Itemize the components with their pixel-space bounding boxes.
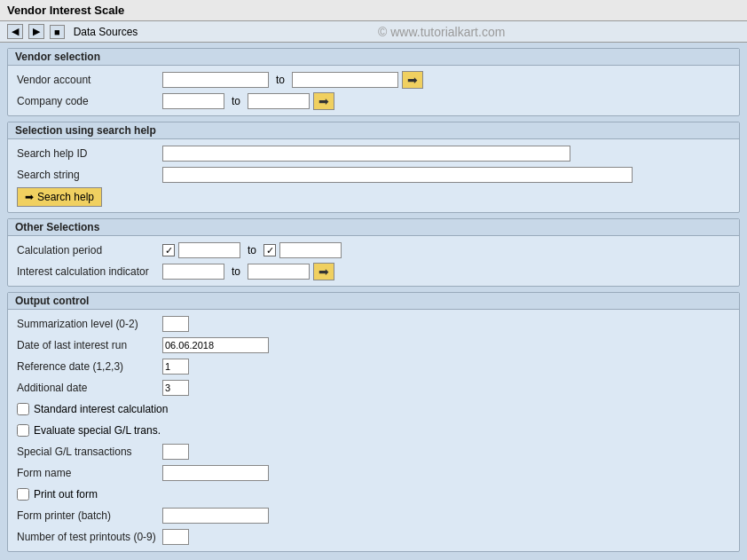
calculation-period-input1[interactable] [178, 242, 240, 258]
search-help-btn-row: ➡ Search help [17, 187, 730, 207]
special-gl-label: Special G/L transactions [17, 446, 159, 458]
calculation-period-row: Calculation period ✓ to ✓ [17, 241, 730, 259]
search-help-arrow-icon: ➡ [25, 191, 34, 203]
evaluate-special-gl-row: Evaluate special G/L trans. [17, 422, 730, 439]
forward-button[interactable]: ▶ [28, 24, 44, 39]
test-printouts-input[interactable] [162, 529, 189, 545]
page-title: Vendor Interest Scale [7, 4, 124, 17]
search-help-title: Selection using search help [8, 122, 739, 139]
search-help-id-row: Search help ID [17, 145, 730, 162]
form-name-label: Form name [17, 467, 159, 479]
vendor-account-input2[interactable] [292, 72, 398, 88]
interest-calc-input1[interactable] [162, 264, 224, 280]
test-printouts-label: Number of test printouts (0-9) [17, 531, 159, 543]
calculation-period-checkbox2[interactable]: ✓ [263, 244, 276, 256]
form-name-input[interactable] [162, 465, 269, 481]
vendor-account-row: Vendor account to ➡ [17, 71, 730, 89]
standard-interest-label: Standard interest calculation [34, 403, 168, 415]
company-code-input2[interactable] [248, 93, 310, 109]
print-out-form-checkbox[interactable] [17, 488, 29, 501]
additional-date-row: Additional date [17, 379, 730, 397]
print-out-form-row: Print out form [17, 485, 730, 503]
vendor-selection-title: Vendor selection [8, 49, 739, 66]
reference-date-row: Reference date (1,2,3) [17, 358, 730, 375]
form-printer-label: Form printer (batch) [17, 509, 159, 522]
additional-date-label: Additional date [17, 382, 159, 394]
interest-calc-arrow-button[interactable]: ➡ [313, 263, 334, 280]
main-content: Vendor selection Vendor account to ➡ Com… [0, 43, 747, 557]
search-string-input[interactable] [162, 167, 633, 183]
standard-interest-checkbox[interactable] [17, 403, 29, 415]
title-bar: Vendor Interest Scale [0, 0, 747, 21]
company-code-input1[interactable] [162, 93, 224, 109]
interest-calc-to: to [228, 265, 244, 278]
summarization-level-row: Summarization level (0-2) [17, 315, 730, 333]
summarization-level-input[interactable] [162, 316, 189, 332]
print-out-form-label: Print out form [34, 488, 98, 501]
company-code-arrow-button[interactable]: ➡ [313, 92, 334, 110]
other-selections-title: Other Selections [8, 219, 739, 236]
output-control-section: Output control Summarization level (0-2)… [7, 292, 740, 552]
vendor-selection-body: Vendor account to ➡ Company code to ➡ [8, 66, 739, 115]
last-interest-run-input[interactable] [162, 337, 269, 353]
test-printouts-row: Number of test printouts (0-9) [17, 528, 730, 546]
reference-date-input[interactable] [162, 359, 189, 375]
search-help-id-label: Search help ID [17, 147, 159, 160]
form-name-row: Form name [17, 464, 730, 482]
search-help-body: Search help ID Search string ➡ Search he… [8, 139, 739, 212]
evaluate-special-gl-checkbox[interactable] [17, 424, 29, 437]
company-code-label: Company code [17, 95, 159, 107]
search-string-label: Search string [17, 169, 159, 181]
search-help-section: Selection using search help Search help … [7, 122, 740, 213]
other-selections-section: Other Selections Calculation period ✓ to… [7, 218, 740, 287]
last-interest-run-row: Date of last interest run [17, 336, 730, 354]
back-button[interactable]: ◀ [7, 24, 23, 39]
watermark: © www.tutorialkart.com [143, 25, 740, 39]
calculation-period-input2[interactable] [279, 242, 342, 258]
output-control-title: Output control [8, 293, 739, 310]
company-code-to: to [228, 95, 244, 107]
calculation-period-label: Calculation period [17, 244, 159, 256]
interest-calc-input2[interactable] [248, 264, 310, 280]
reference-date-label: Reference date (1,2,3) [17, 360, 159, 373]
vendor-selection-section: Vendor selection Vendor account to ➡ Com… [7, 48, 740, 116]
vendor-account-label: Vendor account [17, 74, 159, 86]
vendor-account-to: to [272, 74, 288, 86]
additional-date-input[interactable] [162, 380, 189, 396]
special-gl-input[interactable] [162, 444, 189, 460]
vendor-account-arrow-button[interactable]: ➡ [402, 71, 423, 89]
vendor-account-input1[interactable] [162, 72, 269, 88]
search-help-button[interactable]: ➡ Search help [17, 187, 102, 207]
save-button[interactable]: ■ [50, 25, 65, 39]
company-code-row: Company code to ➡ [17, 92, 730, 110]
form-printer-input[interactable] [162, 508, 269, 524]
interest-calc-row: Interest calculation indicator to ➡ [17, 263, 730, 280]
last-interest-run-label: Date of last interest run [17, 339, 159, 351]
toolbar: ◀ ▶ ■ Data Sources © www.tutorialkart.co… [0, 21, 747, 43]
other-selections-body: Calculation period ✓ to ✓ Interest calcu… [8, 236, 739, 286]
summarization-level-label: Summarization level (0-2) [17, 318, 159, 330]
data-sources-label: Data Sources [74, 26, 138, 38]
search-string-row: Search string [17, 166, 730, 184]
evaluate-special-gl-label: Evaluate special G/L trans. [34, 424, 161, 437]
search-help-button-label: Search help [37, 191, 94, 203]
standard-interest-row: Standard interest calculation [17, 400, 730, 418]
interest-calc-label: Interest calculation indicator [17, 265, 159, 278]
output-control-body: Summarization level (0-2) Date of last i… [8, 310, 739, 551]
form-printer-row: Form printer (batch) [17, 507, 730, 525]
search-help-id-input[interactable] [162, 146, 570, 162]
special-gl-row: Special G/L transactions [17, 443, 730, 461]
calculation-period-checkbox1[interactable]: ✓ [162, 244, 175, 256]
calculation-period-to: to [244, 244, 260, 256]
